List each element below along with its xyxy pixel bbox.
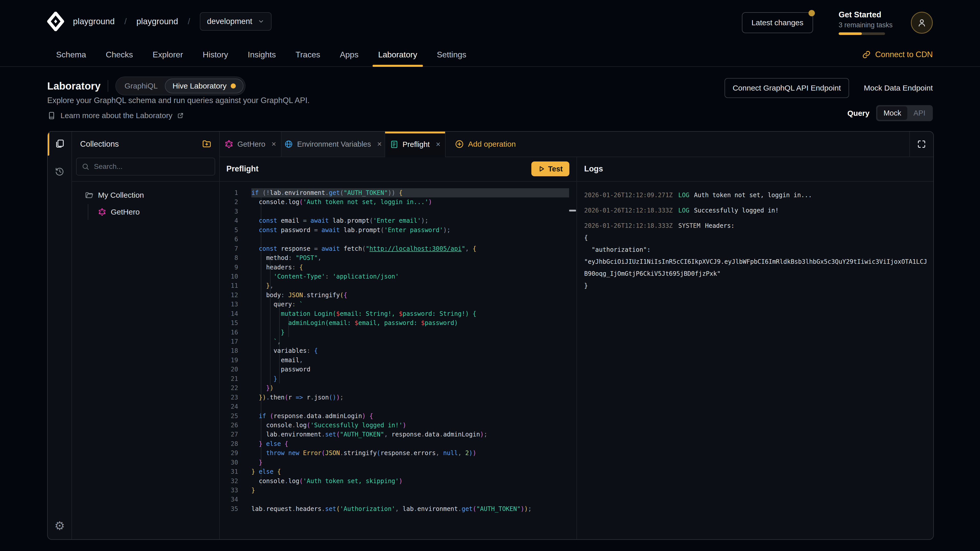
code-line[interactable]: }).then(r => r.json()); bbox=[251, 393, 569, 402]
code-line[interactable]: if (!lab.environment.get("AUTH_TOKEN")) … bbox=[251, 188, 569, 197]
editor-code[interactable]: if (!lab.environment.get("AUTH_TOKEN")) … bbox=[251, 188, 569, 513]
mode-option-graphiql[interactable]: GraphiQL bbox=[118, 79, 165, 93]
search-input[interactable] bbox=[94, 162, 210, 171]
nav-item-history[interactable]: History bbox=[203, 43, 228, 66]
nav-item-laboratory[interactable]: Laboratory bbox=[378, 43, 417, 66]
endpoint-option-api[interactable]: API bbox=[907, 106, 932, 120]
code-line[interactable] bbox=[251, 235, 569, 244]
collections-sidebar: Collections My Collection bbox=[72, 132, 220, 539]
code-line[interactable]: console.log('Successfully logged in!') bbox=[251, 421, 569, 430]
code-line[interactable] bbox=[251, 207, 569, 216]
line-number: 11 bbox=[220, 281, 238, 290]
code-line[interactable]: password bbox=[251, 365, 569, 374]
code-line[interactable]: }, bbox=[251, 281, 569, 290]
editor-scrollbar-thumb[interactable] bbox=[569, 210, 576, 211]
close-icon[interactable]: × bbox=[436, 140, 441, 149]
code-line[interactable]: lab.environment.set("AUTH_TOKEN", respon… bbox=[251, 430, 569, 439]
close-icon[interactable]: × bbox=[377, 140, 382, 149]
collections-search[interactable] bbox=[76, 158, 215, 176]
code-editor[interactable]: 1234567891011121314151617181920212223242… bbox=[220, 182, 576, 539]
breadcrumb-org[interactable]: playground bbox=[73, 17, 115, 26]
tab-preflight[interactable]: Preflight × bbox=[385, 132, 445, 157]
breadcrumb-project[interactable]: playground bbox=[136, 17, 178, 26]
code-line[interactable]: mutation Login($email: String!, $passwor… bbox=[251, 309, 569, 318]
close-icon[interactable]: × bbox=[272, 140, 276, 149]
breadcrumb-separator: / bbox=[124, 17, 127, 26]
code-line[interactable]: } bbox=[251, 458, 569, 467]
code-line[interactable]: adminLogin(email: $email, password: $pas… bbox=[251, 318, 569, 327]
nav-item-explorer[interactable]: Explorer bbox=[153, 43, 183, 66]
endpoint-option-mock[interactable]: Mock bbox=[877, 106, 907, 120]
nav-item-settings[interactable]: Settings bbox=[437, 43, 466, 66]
operation-item-gethero[interactable]: GetHero bbox=[72, 205, 219, 219]
code-line[interactable]: const email = await lab.prompt('Enter em… bbox=[251, 216, 569, 225]
hive-logo-icon[interactable] bbox=[47, 12, 65, 31]
code-line[interactable]: body: JSON.stringify({ bbox=[251, 291, 569, 300]
chevron-down-icon bbox=[258, 18, 264, 25]
logs-title: Logs bbox=[584, 157, 603, 181]
collection-folder-my-collection[interactable]: My Collection bbox=[72, 188, 219, 203]
connect-to-cdn-label: Connect to CDN bbox=[875, 50, 933, 59]
code-line[interactable]: headers: { bbox=[251, 263, 569, 272]
gear-icon[interactable]: ⚙ bbox=[48, 520, 72, 532]
search-icon bbox=[82, 163, 89, 170]
tab-bar: GetHero × Environment Variables × Prefli… bbox=[220, 132, 933, 157]
learn-more-link[interactable]: Learn more about the Laboratory bbox=[47, 111, 184, 120]
code-line[interactable]: }) bbox=[251, 383, 569, 392]
nav-item-insights[interactable]: Insights bbox=[248, 43, 276, 66]
line-number: 20 bbox=[220, 365, 238, 374]
code-line[interactable]: throw new Error(JSON.stringify(response.… bbox=[251, 448, 569, 457]
line-number: 10 bbox=[220, 272, 238, 281]
tab-gethero[interactable]: GetHero × bbox=[220, 132, 282, 157]
nav-item-apps[interactable]: Apps bbox=[340, 43, 359, 66]
code-line[interactable]: if (response.data.adminLogin) { bbox=[251, 411, 569, 421]
code-line[interactable]: } bbox=[251, 374, 569, 383]
tab-environment-variables[interactable]: Environment Variables × bbox=[282, 132, 385, 157]
code-line[interactable]: query: ` bbox=[251, 300, 569, 309]
add-collection-icon[interactable] bbox=[202, 139, 212, 148]
plus-circle-icon bbox=[455, 140, 464, 149]
globe-icon bbox=[284, 140, 293, 148]
latest-changes-label: Latest changes bbox=[752, 18, 803, 27]
connect-graphql-endpoint-button[interactable]: Connect GraphQL API Endpoint bbox=[724, 78, 849, 98]
mode-option-hive-laboratory[interactable]: Hive Laboratory bbox=[165, 79, 243, 94]
top-header: playground / playground / development La… bbox=[0, 0, 980, 43]
collection-folder-label: My Collection bbox=[98, 191, 144, 200]
line-number: 14 bbox=[220, 309, 238, 318]
latest-changes-button[interactable]: Latest changes bbox=[742, 12, 813, 33]
line-number: 19 bbox=[220, 356, 238, 365]
code-line[interactable]: } bbox=[251, 486, 569, 495]
code-line[interactable]: email, bbox=[251, 356, 569, 365]
code-line[interactable] bbox=[251, 495, 569, 504]
connect-to-cdn-link[interactable]: Connect to CDN bbox=[862, 43, 933, 66]
code-line[interactable]: 'Content-Type': 'application/json' bbox=[251, 272, 569, 281]
book-icon bbox=[47, 111, 56, 120]
code-line[interactable]: } else { bbox=[251, 439, 569, 448]
code-line[interactable]: const response = await fetch("http://loc… bbox=[251, 244, 569, 253]
code-line[interactable]: console.log('Auth token not set, loggin … bbox=[251, 197, 569, 206]
nav-item-schema[interactable]: Schema bbox=[56, 43, 86, 66]
collections-icon[interactable] bbox=[48, 138, 72, 149]
avatar[interactable] bbox=[911, 12, 933, 34]
mode-option-label: Hive Laboratory bbox=[172, 82, 227, 90]
code-line[interactable]: const password = await lab.prompt('Enter… bbox=[251, 225, 569, 235]
get-started-widget[interactable]: Get Started 3 remaining tasks bbox=[838, 10, 886, 35]
code-line[interactable] bbox=[251, 402, 569, 411]
breadcrumb-separator: / bbox=[188, 17, 190, 26]
operation-label: GetHero bbox=[111, 208, 140, 216]
mock-data-endpoint-button[interactable]: Mock Data Endpoint bbox=[864, 84, 933, 92]
nav-item-checks[interactable]: Checks bbox=[106, 43, 133, 66]
fullscreen-icon[interactable] bbox=[909, 132, 933, 157]
nav-item-traces[interactable]: Traces bbox=[296, 43, 320, 66]
add-operation-button[interactable]: Add operation bbox=[455, 132, 516, 157]
test-button[interactable]: Test bbox=[531, 162, 570, 176]
code-line[interactable]: lab.request.headers.set('Authorization',… bbox=[251, 504, 569, 513]
code-line[interactable]: } else { bbox=[251, 467, 569, 476]
code-line[interactable]: method: "POST", bbox=[251, 253, 569, 262]
history-icon[interactable] bbox=[48, 166, 72, 176]
code-line[interactable]: console.log('Auth token set, skipping') bbox=[251, 476, 569, 486]
code-line[interactable]: `, bbox=[251, 337, 569, 346]
code-line[interactable]: variables: { bbox=[251, 346, 569, 355]
target-selector[interactable]: development bbox=[200, 12, 272, 30]
code-line[interactable]: } bbox=[251, 328, 569, 337]
